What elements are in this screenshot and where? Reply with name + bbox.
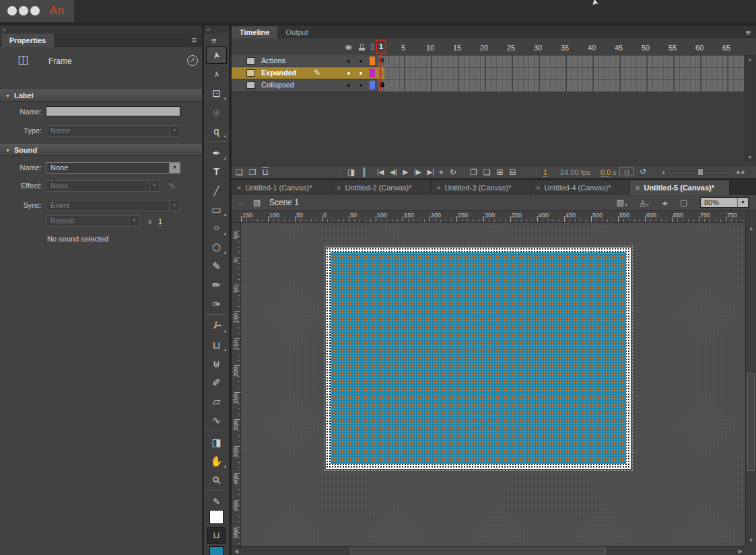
hand-tool[interactable]: ✋ (204, 451, 229, 470)
scrollbar-thumb[interactable] (747, 373, 755, 471)
step-forward-icon[interactable]: |▶ (414, 169, 421, 176)
stage[interactable] (326, 248, 631, 469)
subselection-tool[interactable]: ➢ (204, 65, 229, 83)
eraser-tool[interactable]: ▱ (204, 392, 229, 410)
modify-markers-icon[interactable]: ⊟ (510, 168, 516, 176)
eyedropper-tool[interactable]: ✐ (204, 373, 229, 392)
help-circle-arrow-icon[interactable] (187, 55, 198, 66)
tab-properties[interactable]: Properties (1, 34, 54, 47)
layer-depth-icon[interactable]: ║ (361, 168, 367, 176)
layer-toggle-dot[interactable] (359, 72, 362, 75)
selection-tool[interactable]: ➤ (204, 46, 229, 65)
document-tab-label[interactable]: Untitled-3 (Canvas)* (444, 184, 511, 192)
layer-row-collapsed[interactable]: Collapsed (232, 79, 378, 91)
close-tab-icon[interactable]: × (536, 184, 540, 192)
onion-skin-icon[interactable]: ❐ (470, 168, 477, 176)
scroll-up-icon[interactable]: ▲ (746, 57, 754, 62)
fill-color-bucket-icon[interactable]: ⊔ (207, 527, 226, 544)
tab-output[interactable]: Output (277, 26, 316, 39)
timeline-zoom-slider[interactable] (672, 172, 727, 173)
document-tab-label[interactable]: Untitled-4 (Canvas)* (544, 184, 611, 192)
bone-tool[interactable]: Ƴ (204, 316, 229, 335)
width-tool[interactable]: ∿ (204, 410, 229, 429)
outline-column-icon[interactable]: ▯ (370, 42, 374, 50)
clip-content-icon[interactable]: ▢ (680, 198, 687, 207)
lock-column-icon[interactable]: ⊓ (359, 41, 365, 50)
label-type-dropdown[interactable]: Name (46, 125, 180, 137)
layer-name[interactable]: Actions (261, 57, 285, 65)
layer-toggle-dot[interactable] (347, 72, 350, 75)
lasso-tool[interactable]: ɋ (204, 121, 229, 140)
zoom-window-icon[interactable] (30, 6, 40, 15)
close-tab-icon[interactable]: × (635, 184, 640, 192)
section-header-label[interactable]: Label (0, 89, 202, 102)
layer-color-swatch[interactable] (370, 57, 375, 65)
layer-name[interactable]: Collapsed (261, 81, 294, 89)
line-tool[interactable]: ╱ (204, 181, 229, 200)
oval-tool[interactable]: ○ (204, 219, 229, 237)
layer-toggle-dot[interactable] (359, 84, 362, 87)
pencil-tool[interactable]: ✎ (204, 256, 229, 275)
edit-multiple-frames-icon[interactable]: ⊞ (497, 168, 504, 176)
sound-name-dropdown[interactable]: None (46, 162, 180, 174)
camera-icon[interactable]: ◨ (347, 168, 355, 176)
close-tab-icon[interactable]: × (337, 184, 341, 192)
timeline-zoom-in-icon[interactable]: ▲▲ (735, 168, 745, 175)
sound-sync-dropdown[interactable]: Event (46, 200, 180, 211)
layer-toggle-dot[interactable] (347, 60, 350, 63)
minimize-window-icon[interactable] (19, 6, 28, 15)
scroll-up-icon[interactable]: ▲ (746, 225, 756, 231)
camera-tool[interactable]: ◨ (204, 433, 229, 451)
repeat-count-hot-text[interactable]: 1 (158, 217, 162, 226)
close-window-icon[interactable] (7, 6, 17, 15)
panel-menu-icon[interactable]: ≡ (191, 36, 197, 44)
back-arrow-icon[interactable]: ← (237, 198, 246, 208)
paint-bucket-tool[interactable]: ⊔ (204, 335, 229, 354)
layer-name[interactable]: Expanded (261, 69, 297, 77)
loop-icon[interactable]: ↻ (450, 168, 456, 176)
frame-view-options-icon[interactable]: ( ) (619, 168, 634, 176)
layer-toggle-dot[interactable] (347, 84, 350, 87)
tab-timeline[interactable]: Timeline (232, 26, 277, 39)
sound-repeat-dropdown[interactable]: Repeat (46, 215, 140, 227)
scrollbar-thumb[interactable] (350, 548, 606, 554)
label-name-input[interactable] (46, 106, 180, 116)
paint-brush-tool[interactable]: ✑ (204, 294, 229, 313)
delete-layer-icon[interactable]: ⊔ (263, 168, 269, 176)
collapse-panel-icon[interactable]: « (207, 26, 210, 33)
scroll-down-icon[interactable]: ▼ (746, 155, 754, 159)
visibility-column-icon[interactable]: ◉ (345, 42, 352, 52)
text-tool[interactable]: T (204, 162, 229, 181)
layer-color-swatch[interactable] (370, 69, 375, 77)
scroll-left-icon[interactable]: ◀ (234, 548, 238, 554)
panel-menu-icon[interactable]: ≡ (745, 28, 751, 37)
free-transform-tool[interactable]: ⊡ (204, 83, 229, 102)
play-icon[interactable]: ▶ (403, 169, 409, 176)
brush-tool[interactable]: ✏ (204, 275, 229, 294)
fill-color-swatch[interactable] (209, 546, 224, 555)
elapsed-value[interactable]: 0.0 (600, 168, 611, 177)
document-tab[interactable]: ×Untitled-1 (Canvas)* (232, 180, 331, 195)
document-tab-label[interactable]: Untitled-2 (Canvas)* (345, 184, 411, 192)
center-frame-icon[interactable]: ⌖ (439, 168, 444, 176)
close-tab-icon[interactable]: × (436, 184, 440, 192)
horizontal-scrollbar[interactable]: ◀ ▶ (232, 546, 745, 555)
collapse-panel-icon[interactable]: « (3, 26, 6, 33)
timeline-zoom-out-icon[interactable]: ▲ (661, 170, 666, 174)
selected-shape-fill[interactable] (331, 252, 626, 464)
playhead[interactable]: 1 (376, 40, 386, 54)
layer-row-expanded[interactable]: Expanded✎ (232, 67, 378, 79)
scroll-right-icon[interactable]: ▶ (738, 548, 743, 554)
edit-symbols-icon[interactable]: ◬▼ (640, 198, 650, 207)
first-frame-icon[interactable]: |◀ (377, 169, 384, 176)
edit-effect-pencil-icon[interactable]: ✎ (168, 181, 176, 191)
document-tab-label[interactable]: Untitled-1 (Canvas)* (245, 184, 312, 192)
close-tab-icon[interactable]: × (237, 184, 241, 192)
layer-row-actions[interactable]: Actions (232, 55, 378, 67)
sound-effect-dropdown[interactable]: None (46, 180, 160, 192)
layer-toggle-dot[interactable] (359, 60, 362, 63)
zoom-tool[interactable]: ⚲ (204, 470, 229, 489)
scroll-down-icon[interactable]: ▼ (746, 538, 756, 544)
stroke-color-pencil-icon[interactable]: ✎ (204, 496, 229, 507)
document-tab[interactable]: ×Untitled-5 (Canvas)* (630, 180, 730, 195)
